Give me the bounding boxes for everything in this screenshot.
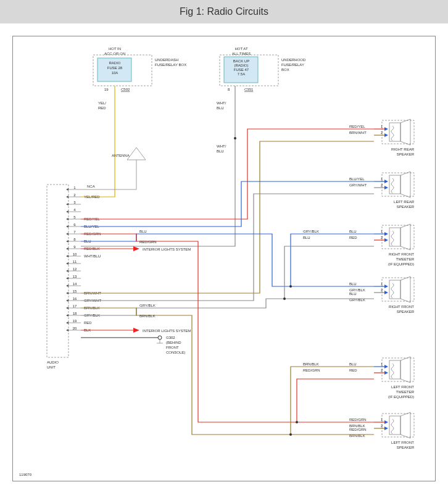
- fuse1-pin: 19: [104, 88, 109, 91]
- svg-text:WHT/BLU: WHT/BLU: [84, 254, 101, 258]
- interior-lights-1: INTERIOR LIGHTS SYSTEM: [143, 248, 191, 251]
- svg-text:RED/YEL: RED/YEL: [349, 125, 365, 128]
- antenna: ANTENNA NCA: [81, 148, 146, 189]
- fuse2-sub: (RADIO): [234, 64, 249, 67]
- svg-point-155: [283, 297, 286, 300]
- wire-pin17: [81, 308, 374, 435]
- wire-pin16: [81, 194, 374, 301]
- svg-rect-92: [382, 173, 414, 196]
- svg-marker-61: [66, 299, 68, 302]
- fuse1-header: HOT INACC OR ON: [104, 47, 125, 56]
- svg-marker-147: [384, 426, 388, 430]
- wire-lft-red: [297, 379, 374, 422]
- svg-text:4: 4: [73, 208, 76, 212]
- svg-text:BLU: BLU: [303, 236, 310, 239]
- svg-marker-48: [66, 270, 68, 272]
- svg-text:15: 15: [73, 289, 77, 293]
- svg-marker-93: [384, 180, 388, 183]
- wire-pin18: [81, 299, 374, 315]
- svg-text:LEFT FRONTSPEAKER: LEFT FRONTSPEAKER: [391, 441, 415, 449]
- svg-text:5: 5: [73, 215, 76, 219]
- wire-pin6: [81, 181, 374, 227]
- fuse1-fuse: FUSE 28: [107, 66, 123, 70]
- svg-text:18: 18: [73, 312, 77, 315]
- svg-text:BRN/BLK: BRN/BLK: [303, 362, 319, 366]
- svg-text:1: 1: [381, 125, 383, 128]
- svg-text:2: 2: [381, 424, 383, 428]
- wire-pin7: [81, 234, 374, 422]
- interior-lights-2: INTERIOR LIGHTS SYSTEM: [143, 329, 191, 333]
- svg-text:1: 1: [381, 177, 383, 181]
- fuse2-pin: 8: [228, 88, 230, 91]
- svg-marker-82: [384, 127, 388, 131]
- svg-marker-143: [384, 420, 388, 424]
- wire-wht-blu: [81, 86, 235, 246]
- wire-fuse2-label: WHT/BLU: [217, 101, 226, 110]
- svg-text:BLU: BLU: [349, 230, 357, 233]
- svg-rect-129: [382, 358, 414, 381]
- svg-text:RED: RED: [349, 368, 357, 372]
- audio-unit-label: AUDIOUNIT: [47, 360, 59, 369]
- speaker-lr: 1BLU/YEL2GRY/WHTLEFT REARSPEAKER: [349, 172, 415, 209]
- svg-marker-158: [133, 246, 139, 251]
- svg-text:RED/GRN: RED/GRN: [349, 418, 367, 422]
- ground-loc: (BEHINDFRONTCONSOLE): [166, 341, 185, 354]
- wire-pin5: [81, 129, 374, 219]
- speaker-rf: 1BLU2GRY/BLKBLUGRY/BLKRIGHT FRONTSPEAKER: [349, 277, 415, 314]
- fuse-box-2: HOT ATALL TIMES BACK UP (RADIO) FUSE 47 …: [220, 47, 306, 91]
- svg-text:BLU/YEL: BLU/YEL: [349, 177, 365, 181]
- svg-marker-21: [66, 218, 68, 220]
- wiring-diagram: 119070 HOT INACC OR ON RADIO FUSE 28 10A…: [12, 36, 436, 481]
- svg-point-156: [296, 421, 298, 423]
- svg-text:14: 14: [73, 282, 77, 286]
- svg-marker-73: [66, 322, 68, 324]
- svg-text:GRY/BLK: GRY/BLK: [303, 230, 319, 233]
- antenna-wire: NCA: [87, 185, 95, 188]
- svg-point-160: [158, 336, 162, 339]
- svg-text:20: 20: [73, 327, 77, 330]
- fuse1-rating: 10A: [112, 71, 118, 75]
- svg-text:2: 2: [381, 183, 383, 187]
- svg-text:BLU: BLU: [349, 292, 357, 296]
- speaker-lf: 1RED/GRN2BRN/BLKRED/GRNBRN/BLKLEFT FRONT…: [349, 412, 415, 449]
- svg-text:LEFT REARSPEAKER: LEFT REARSPEAKER: [394, 200, 415, 209]
- svg-text:3: 3: [73, 201, 76, 204]
- wire-rft-blu: [291, 234, 374, 286]
- svg-text:13: 13: [73, 275, 77, 278]
- fuse-box-1: HOT INACC OR ON RADIO FUSE 28 10A UNDERD…: [93, 47, 186, 91]
- svg-text:BRN/WHT: BRN/WHT: [349, 131, 367, 135]
- speaker-rr: 1RED/YEL2BRN/WHTRIGHT REARSPEAKER: [349, 119, 415, 156]
- svg-text:1: 1: [381, 418, 383, 422]
- svg-text:16: 16: [73, 297, 77, 301]
- svg-text:RIGHT FRONTTWEETER(IF EQUIPPED: RIGHT FRONTTWEETER(IF EQUIPPED): [388, 252, 415, 266]
- svg-marker-97: [384, 186, 388, 189]
- svg-marker-8: [66, 188, 68, 191]
- svg-text:RIGHT FRONTSPEAKER: RIGHT FRONTSPEAKER: [389, 305, 415, 314]
- svg-marker-15: [66, 203, 68, 206]
- fuse2-name: BACK UP: [233, 59, 249, 63]
- svg-text:12: 12: [73, 267, 77, 271]
- speaker-rft: 1BLU2REDGRY/BLKBLURIGHT FRONTTWEETER(IF …: [303, 224, 415, 266]
- connector-pins: 12YEL/RED345RED/YEL6BLU/YEL7RED/GRN8BLU9…: [66, 186, 102, 332]
- antenna-label: ANTENNA: [112, 154, 130, 157]
- ground-id: G302: [166, 336, 175, 339]
- speaker-lft: 1BLU2REDBRN/BLKRED/GRNLEFT FRONTTWEETER(…: [303, 357, 415, 399]
- cross-p8: RED/GRN: [139, 240, 157, 244]
- svg-marker-29: [66, 233, 68, 235]
- svg-marker-77: [66, 329, 68, 331]
- svg-text:BLU: BLU: [349, 362, 357, 366]
- svg-text:1: 1: [381, 362, 383, 366]
- svg-text:RED/GRN: RED/GRN: [349, 428, 367, 431]
- svg-marker-57: [66, 292, 68, 294]
- svg-marker-104: [384, 232, 388, 236]
- svg-text:1: 1: [381, 230, 383, 233]
- svg-marker-37: [66, 248, 68, 250]
- figure-title: Fig 1: Radio Circuits: [0, 0, 448, 23]
- svg-text:BLU: BLU: [349, 282, 357, 286]
- svg-marker-45: [66, 262, 68, 265]
- p17-out: GRY/BLK: [139, 304, 156, 307]
- svg-text:YEL/RED: YEL/RED: [84, 195, 100, 199]
- svg-text:RED: RED: [84, 321, 92, 325]
- svg-text:10: 10: [73, 252, 77, 256]
- svg-text:GRY/WHT: GRY/WHT: [349, 183, 367, 187]
